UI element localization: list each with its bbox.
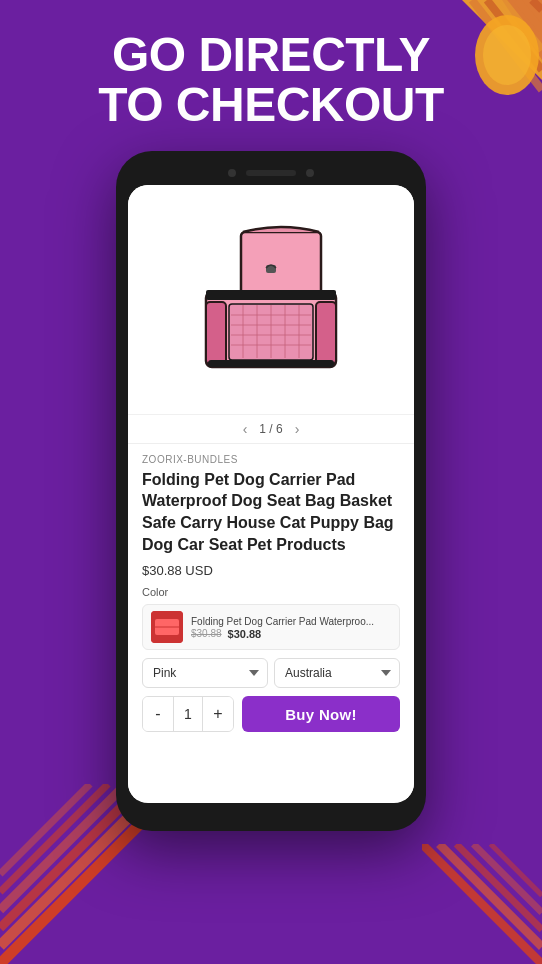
header-title: GO DIRECTLY TO CHECKOUT [20,30,522,131]
variant-original-price: $30.88 [191,628,222,639]
svg-rect-23 [206,302,226,364]
variant-pricing: $30.88 $30.88 [191,628,391,640]
variant-name: Folding Pet Dog Carrier Pad Waterproo... [191,615,391,628]
phone-top-bar [128,169,414,177]
image-counter: 1 / 6 [259,422,282,436]
color-select[interactable]: Pink Blue Red Black [142,658,268,688]
svg-line-15 [422,844,542,964]
product-image-area [128,185,414,415]
phone-body: ‹ 1 / 6 › ZOORIX-BUNDLES Folding Pet Dog… [116,151,426,831]
header-line1: GO DIRECTLY [112,28,430,81]
phone-camera [228,169,236,177]
product-image [181,212,361,387]
bg-decoration-bottom-right [422,844,542,964]
svg-rect-24 [316,302,336,364]
phone-sensor [306,169,314,177]
phone-speaker [246,170,296,176]
variant-thumb-image [151,611,183,643]
variant-row: Folding Pet Dog Carrier Pad Waterproo...… [142,604,400,650]
variant-sale-price: $30.88 [228,628,262,640]
quantity-decrease-button[interactable]: - [143,697,173,731]
country-select[interactable]: Australia United States Canada United Ki… [274,658,400,688]
header: GO DIRECTLY TO CHECKOUT [0,0,542,141]
product-details: ZOORIX-BUNDLES Folding Pet Dog Carrier P… [128,444,414,800]
header-line2: TO CHECKOUT [98,78,444,131]
buy-row: - 1 + Buy Now! [142,696,400,732]
color-label: Color [142,586,400,598]
quantity-control: - 1 + [142,696,234,732]
next-image-button[interactable]: › [295,421,300,437]
svg-rect-22 [206,290,336,300]
variant-thumbnail [151,611,183,643]
image-nav: ‹ 1 / 6 › [128,415,414,444]
phone-mockup: ‹ 1 / 6 › ZOORIX-BUNDLES Folding Pet Dog… [0,151,542,831]
variant-info: Folding Pet Dog Carrier Pad Waterproo...… [191,615,391,640]
phone-screen: ‹ 1 / 6 › ZOORIX-BUNDLES Folding Pet Dog… [128,185,414,803]
dropdowns-row: Pink Blue Red Black Australia United Sta… [142,658,400,688]
prev-image-button[interactable]: ‹ [243,421,248,437]
brand-label: ZOORIX-BUNDLES [142,454,400,465]
product-price: $30.88 USD [142,563,400,578]
quantity-value: 1 [173,697,203,731]
buy-now-button[interactable]: Buy Now! [242,696,400,732]
product-title: Folding Pet Dog Carrier Pad Waterproof D… [142,469,400,555]
svg-rect-35 [208,360,334,367]
quantity-increase-button[interactable]: + [203,697,233,731]
